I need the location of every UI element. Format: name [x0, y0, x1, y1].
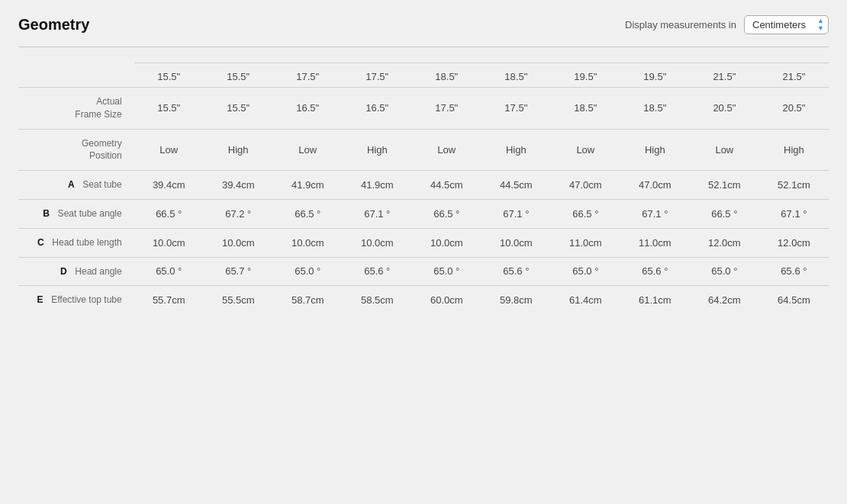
size-row-label [18, 63, 134, 88]
geo-pos-col-7: High [620, 129, 690, 171]
row-c-label: C Head tube length [18, 228, 134, 257]
row-e-col-3: 58.5cm [343, 286, 412, 314]
row-e-col-2: 58.7cm [273, 286, 343, 314]
row-a-col-0: 39.4cm [134, 171, 204, 200]
row-c-col-5: 10.0cm [481, 228, 551, 257]
row-b-col-4: 66.5 ° [412, 199, 481, 228]
size-col-9: 21.5" [759, 63, 829, 88]
row-e-col-4: 60.0cm [412, 286, 481, 314]
row-b-col-1: 67.2 ° [204, 199, 273, 228]
row-c-col-9: 12.0cm [759, 228, 829, 257]
size-col-7: 19.5" [620, 63, 690, 88]
actual-frame-size-col-6: 18.5" [551, 88, 620, 130]
geo-pos-col-0: Low [134, 129, 204, 171]
row-e-col-5: 59.8cm [481, 286, 551, 314]
row-d: D Head angle 65.0 ° 65.7 ° 65.0 ° 65.6 °… [18, 257, 829, 286]
row-e-col-8: 64.2cm [690, 286, 759, 314]
actual-frame-size-col-5: 17.5" [481, 88, 551, 130]
size-col-4: 18.5" [412, 63, 481, 88]
size-col-1: 15.5" [204, 63, 273, 88]
row-c: C Head tube length 10.0cm 10.0cm 10.0cm … [18, 228, 829, 257]
display-label: Display measurements in [625, 19, 736, 30]
row-a-col-1: 39.4cm [204, 171, 273, 200]
row-a-col-2: 41.9cm [273, 171, 343, 200]
size-col-6: 19.5" [551, 63, 620, 88]
geo-pos-col-3: High [343, 129, 412, 171]
size-col-3: 17.5" [343, 63, 412, 88]
row-e-col-9: 64.5cm [759, 286, 829, 314]
row-a-col-8: 52.1cm [690, 171, 759, 200]
row-a-col-6: 47.0cm [551, 171, 620, 200]
row-c-col-4: 10.0cm [412, 228, 481, 257]
header: Geometry Display measurements in Centime… [18, 15, 829, 34]
geo-pos-col-4: Low [412, 129, 481, 171]
row-a-col-4: 44.5cm [412, 171, 481, 200]
geo-pos-col-8: Low [690, 129, 759, 171]
row-e: E Effective top tube 55.7cm 55.5cm 58.7c… [18, 286, 829, 314]
row-b-col-2: 66.5 ° [273, 199, 343, 228]
row-b-col-9: 67.1 ° [759, 199, 829, 228]
actual-frame-size-col-4: 17.5" [412, 88, 481, 130]
unit-select-wrapper[interactable]: Centimeters Inches ▲ ▼ [744, 15, 829, 34]
size-col-5: 18.5" [481, 63, 551, 88]
page-title: Geometry [18, 16, 89, 34]
size-col-8: 21.5" [690, 63, 759, 88]
row-c-col-2: 10.0cm [273, 228, 343, 257]
size-col-0: 15.5" [134, 63, 204, 88]
unit-select[interactable]: Centimeters Inches [744, 15, 829, 34]
row-d-label: D Head angle [18, 257, 134, 286]
actual-frame-size-label: ActualFrame Size [18, 88, 134, 130]
row-c-col-7: 11.0cm [620, 228, 690, 257]
row-b-col-8: 66.5 ° [690, 199, 759, 228]
geo-pos-col-6: Low [551, 129, 620, 171]
row-a-col-9: 52.1cm [759, 171, 829, 200]
row-d-col-0: 65.0 ° [134, 257, 204, 286]
row-a: A Seat tube 39.4cm 39.4cm 41.9cm 41.9cm … [18, 171, 829, 200]
row-d-col-2: 65.0 ° [273, 257, 343, 286]
row-b-col-7: 67.1 ° [620, 199, 690, 228]
actual-frame-size-col-7: 18.5" [620, 88, 690, 130]
geometry-table: 15.5" 15.5" 17.5" 17.5" 18.5" 18.5" 19.5… [18, 63, 829, 314]
row-e-label: E Effective top tube [18, 286, 134, 314]
row-b-label: B Seat tube angle [18, 199, 134, 228]
row-e-col-1: 55.5cm [204, 286, 273, 314]
row-a-label: A Seat tube [18, 171, 134, 200]
geometry-position-label: GeometryPosition [18, 129, 134, 171]
row-d-col-6: 65.0 ° [551, 257, 620, 286]
row-c-col-1: 10.0cm [204, 228, 273, 257]
row-d-col-7: 65.6 ° [620, 257, 690, 286]
row-c-col-0: 10.0cm [134, 228, 204, 257]
actual-frame-size-col-0: 15.5" [134, 88, 204, 130]
row-b-col-6: 66.5 ° [551, 199, 620, 228]
row-d-col-4: 65.0 ° [412, 257, 481, 286]
actual-frame-size-col-2: 16.5" [273, 88, 343, 130]
geometry-position-row: GeometryPosition Low High Low High Low H… [18, 129, 829, 171]
row-b-col-5: 67.1 ° [481, 199, 551, 228]
geometry-table-container: 15.5" 15.5" 17.5" 17.5" 18.5" 18.5" 19.5… [18, 63, 829, 314]
geo-pos-col-9: High [759, 129, 829, 171]
row-d-col-3: 65.6 ° [343, 257, 412, 286]
page: Geometry Display measurements in Centime… [0, 0, 847, 504]
actual-frame-size-row: ActualFrame Size 15.5" 15.5" 16.5" 16.5"… [18, 88, 829, 130]
row-d-col-5: 65.6 ° [481, 257, 551, 286]
row-c-col-6: 11.0cm [551, 228, 620, 257]
row-a-col-3: 41.9cm [343, 171, 412, 200]
size-row: 15.5" 15.5" 17.5" 17.5" 18.5" 18.5" 19.5… [18, 63, 829, 88]
actual-frame-size-col-8: 20.5" [690, 88, 759, 130]
header-divider [18, 47, 829, 47]
row-d-col-8: 65.0 ° [690, 257, 759, 286]
size-col-2: 17.5" [273, 63, 343, 88]
row-b-col-3: 67.1 ° [343, 199, 412, 228]
row-d-col-1: 65.7 ° [204, 257, 273, 286]
row-c-col-8: 12.0cm [690, 228, 759, 257]
display-control: Display measurements in Centimeters Inch… [625, 15, 829, 34]
row-d-col-9: 65.6 ° [759, 257, 829, 286]
row-a-col-5: 44.5cm [481, 171, 551, 200]
row-e-col-6: 61.4cm [551, 286, 620, 314]
row-a-col-7: 47.0cm [620, 171, 690, 200]
actual-frame-size-col-3: 16.5" [343, 88, 412, 130]
row-c-col-3: 10.0cm [343, 228, 412, 257]
row-b: B Seat tube angle 66.5 ° 67.2 ° 66.5 ° 6… [18, 199, 829, 228]
row-b-col-0: 66.5 ° [134, 199, 204, 228]
geo-pos-col-1: High [204, 129, 273, 171]
